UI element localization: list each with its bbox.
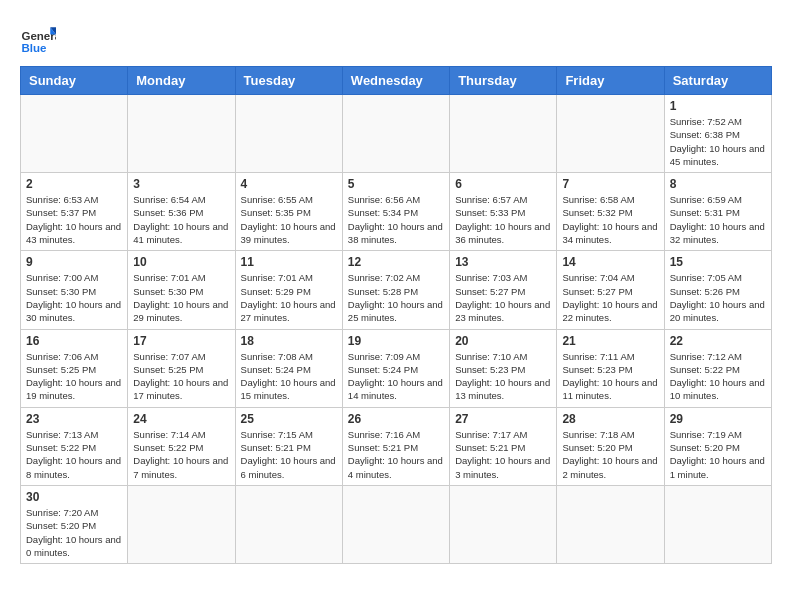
day-info: Sunrise: 6:54 AM Sunset: 5:36 PM Dayligh… (133, 193, 229, 246)
calendar-day-cell: 29Sunrise: 7:19 AM Sunset: 5:20 PM Dayli… (664, 407, 771, 485)
calendar-day-cell (128, 485, 235, 563)
calendar-day-cell: 13Sunrise: 7:03 AM Sunset: 5:27 PM Dayli… (450, 251, 557, 329)
logo-icon: General Blue (20, 20, 56, 56)
calendar-day-cell (235, 485, 342, 563)
day-number: 10 (133, 255, 229, 269)
calendar-day-cell (450, 485, 557, 563)
calendar-day-cell: 6Sunrise: 6:57 AM Sunset: 5:33 PM Daylig… (450, 173, 557, 251)
weekday-header-wednesday: Wednesday (342, 67, 449, 95)
day-info: Sunrise: 6:56 AM Sunset: 5:34 PM Dayligh… (348, 193, 444, 246)
day-info: Sunrise: 7:15 AM Sunset: 5:21 PM Dayligh… (241, 428, 337, 481)
calendar-day-cell (557, 485, 664, 563)
day-info: Sunrise: 7:04 AM Sunset: 5:27 PM Dayligh… (562, 271, 658, 324)
calendar-week-row: 30Sunrise: 7:20 AM Sunset: 5:20 PM Dayli… (21, 485, 772, 563)
calendar-day-cell: 28Sunrise: 7:18 AM Sunset: 5:20 PM Dayli… (557, 407, 664, 485)
weekday-header-thursday: Thursday (450, 67, 557, 95)
weekday-header-saturday: Saturday (664, 67, 771, 95)
day-info: Sunrise: 7:08 AM Sunset: 5:24 PM Dayligh… (241, 350, 337, 403)
calendar-day-cell: 10Sunrise: 7:01 AM Sunset: 5:30 PM Dayli… (128, 251, 235, 329)
calendar-week-row: 1Sunrise: 7:52 AM Sunset: 6:38 PM Daylig… (21, 95, 772, 173)
day-info: Sunrise: 7:01 AM Sunset: 5:29 PM Dayligh… (241, 271, 337, 324)
calendar-week-row: 16Sunrise: 7:06 AM Sunset: 5:25 PM Dayli… (21, 329, 772, 407)
calendar-day-cell: 23Sunrise: 7:13 AM Sunset: 5:22 PM Dayli… (21, 407, 128, 485)
day-number: 18 (241, 334, 337, 348)
day-number: 21 (562, 334, 658, 348)
day-info: Sunrise: 7:00 AM Sunset: 5:30 PM Dayligh… (26, 271, 122, 324)
day-number: 6 (455, 177, 551, 191)
weekday-header-monday: Monday (128, 67, 235, 95)
day-info: Sunrise: 7:03 AM Sunset: 5:27 PM Dayligh… (455, 271, 551, 324)
calendar-day-cell: 17Sunrise: 7:07 AM Sunset: 5:25 PM Dayli… (128, 329, 235, 407)
day-info: Sunrise: 7:14 AM Sunset: 5:22 PM Dayligh… (133, 428, 229, 481)
day-info: Sunrise: 7:05 AM Sunset: 5:26 PM Dayligh… (670, 271, 766, 324)
calendar-day-cell (557, 95, 664, 173)
day-number: 16 (26, 334, 122, 348)
day-number: 8 (670, 177, 766, 191)
day-number: 13 (455, 255, 551, 269)
calendar-day-cell: 3Sunrise: 6:54 AM Sunset: 5:36 PM Daylig… (128, 173, 235, 251)
calendar-day-cell: 14Sunrise: 7:04 AM Sunset: 5:27 PM Dayli… (557, 251, 664, 329)
calendar-day-cell (235, 95, 342, 173)
calendar-day-cell: 12Sunrise: 7:02 AM Sunset: 5:28 PM Dayli… (342, 251, 449, 329)
calendar-day-cell: 24Sunrise: 7:14 AM Sunset: 5:22 PM Dayli… (128, 407, 235, 485)
calendar-week-row: 2Sunrise: 6:53 AM Sunset: 5:37 PM Daylig… (21, 173, 772, 251)
calendar-day-cell: 2Sunrise: 6:53 AM Sunset: 5:37 PM Daylig… (21, 173, 128, 251)
calendar-day-cell: 11Sunrise: 7:01 AM Sunset: 5:29 PM Dayli… (235, 251, 342, 329)
calendar-day-cell: 16Sunrise: 7:06 AM Sunset: 5:25 PM Dayli… (21, 329, 128, 407)
day-info: Sunrise: 7:02 AM Sunset: 5:28 PM Dayligh… (348, 271, 444, 324)
day-number: 29 (670, 412, 766, 426)
calendar-day-cell: 4Sunrise: 6:55 AM Sunset: 5:35 PM Daylig… (235, 173, 342, 251)
logo: General Blue (20, 20, 56, 56)
calendar-day-cell: 18Sunrise: 7:08 AM Sunset: 5:24 PM Dayli… (235, 329, 342, 407)
calendar-day-cell: 19Sunrise: 7:09 AM Sunset: 5:24 PM Dayli… (342, 329, 449, 407)
day-number: 2 (26, 177, 122, 191)
day-info: Sunrise: 7:17 AM Sunset: 5:21 PM Dayligh… (455, 428, 551, 481)
day-number: 19 (348, 334, 444, 348)
day-info: Sunrise: 6:58 AM Sunset: 5:32 PM Dayligh… (562, 193, 658, 246)
day-number: 12 (348, 255, 444, 269)
calendar-day-cell: 9Sunrise: 7:00 AM Sunset: 5:30 PM Daylig… (21, 251, 128, 329)
calendar-day-cell: 30Sunrise: 7:20 AM Sunset: 5:20 PM Dayli… (21, 485, 128, 563)
calendar-day-cell (664, 485, 771, 563)
day-number: 17 (133, 334, 229, 348)
calendar-day-cell (342, 485, 449, 563)
day-info: Sunrise: 6:55 AM Sunset: 5:35 PM Dayligh… (241, 193, 337, 246)
calendar-day-cell: 8Sunrise: 6:59 AM Sunset: 5:31 PM Daylig… (664, 173, 771, 251)
day-info: Sunrise: 7:52 AM Sunset: 6:38 PM Dayligh… (670, 115, 766, 168)
calendar-day-cell: 5Sunrise: 6:56 AM Sunset: 5:34 PM Daylig… (342, 173, 449, 251)
calendar-table: SundayMondayTuesdayWednesdayThursdayFrid… (20, 66, 772, 564)
calendar-day-cell: 20Sunrise: 7:10 AM Sunset: 5:23 PM Dayli… (450, 329, 557, 407)
day-number: 9 (26, 255, 122, 269)
day-number: 23 (26, 412, 122, 426)
svg-text:Blue: Blue (21, 42, 47, 54)
day-number: 27 (455, 412, 551, 426)
day-info: Sunrise: 6:53 AM Sunset: 5:37 PM Dayligh… (26, 193, 122, 246)
page-header: General Blue (20, 20, 772, 56)
calendar-day-cell: 1Sunrise: 7:52 AM Sunset: 6:38 PM Daylig… (664, 95, 771, 173)
calendar-header-row: SundayMondayTuesdayWednesdayThursdayFrid… (21, 67, 772, 95)
weekday-header-friday: Friday (557, 67, 664, 95)
day-info: Sunrise: 7:01 AM Sunset: 5:30 PM Dayligh… (133, 271, 229, 324)
weekday-header-sunday: Sunday (21, 67, 128, 95)
day-number: 1 (670, 99, 766, 113)
calendar-day-cell: 7Sunrise: 6:58 AM Sunset: 5:32 PM Daylig… (557, 173, 664, 251)
day-info: Sunrise: 6:57 AM Sunset: 5:33 PM Dayligh… (455, 193, 551, 246)
day-number: 11 (241, 255, 337, 269)
calendar-day-cell: 21Sunrise: 7:11 AM Sunset: 5:23 PM Dayli… (557, 329, 664, 407)
calendar-day-cell (450, 95, 557, 173)
day-number: 30 (26, 490, 122, 504)
calendar-day-cell: 25Sunrise: 7:15 AM Sunset: 5:21 PM Dayli… (235, 407, 342, 485)
day-info: Sunrise: 7:16 AM Sunset: 5:21 PM Dayligh… (348, 428, 444, 481)
day-number: 25 (241, 412, 337, 426)
day-info: Sunrise: 7:06 AM Sunset: 5:25 PM Dayligh… (26, 350, 122, 403)
day-number: 15 (670, 255, 766, 269)
day-info: Sunrise: 7:12 AM Sunset: 5:22 PM Dayligh… (670, 350, 766, 403)
day-number: 3 (133, 177, 229, 191)
day-number: 4 (241, 177, 337, 191)
calendar-week-row: 23Sunrise: 7:13 AM Sunset: 5:22 PM Dayli… (21, 407, 772, 485)
calendar-week-row: 9Sunrise: 7:00 AM Sunset: 5:30 PM Daylig… (21, 251, 772, 329)
day-info: Sunrise: 6:59 AM Sunset: 5:31 PM Dayligh… (670, 193, 766, 246)
day-info: Sunrise: 7:07 AM Sunset: 5:25 PM Dayligh… (133, 350, 229, 403)
day-info: Sunrise: 7:11 AM Sunset: 5:23 PM Dayligh… (562, 350, 658, 403)
day-number: 20 (455, 334, 551, 348)
